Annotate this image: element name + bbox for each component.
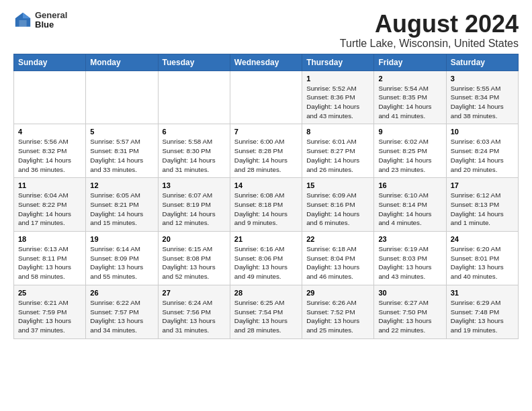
day-info: Sunrise: 6:10 AM Sunset: 8:14 PM Dayligh…: [378, 191, 441, 228]
calendar-cell: 4Sunrise: 5:56 AM Sunset: 8:32 PM Daylig…: [14, 124, 86, 178]
title-block: August 2024 Turtle Lake, Wisconsin, Unit…: [340, 11, 519, 50]
day-number: 12: [90, 181, 153, 189]
calendar-cell: 10Sunrise: 6:03 AM Sunset: 8:24 PM Dayli…: [446, 124, 518, 178]
day-info: Sunrise: 5:54 AM Sunset: 8:35 PM Dayligh…: [378, 84, 441, 121]
calendar-cell: [14, 71, 86, 124]
day-info: Sunrise: 6:20 AM Sunset: 8:01 PM Dayligh…: [451, 244, 514, 281]
calendar-cell: 19Sunrise: 6:14 AM Sunset: 8:09 PM Dayli…: [86, 232, 158, 285]
logo-line2: Blue: [35, 20, 67, 30]
day-info: Sunrise: 6:08 AM Sunset: 8:18 PM Dayligh…: [234, 191, 298, 228]
day-info: Sunrise: 6:09 AM Sunset: 8:16 PM Dayligh…: [306, 191, 369, 228]
day-number: 22: [306, 235, 369, 243]
week-row-2: 11Sunrise: 6:04 AM Sunset: 8:22 PM Dayli…: [14, 178, 519, 232]
day-info: Sunrise: 6:00 AM Sunset: 8:28 PM Dayligh…: [234, 137, 298, 174]
day-number: 26: [90, 289, 153, 297]
day-number: 19: [90, 235, 153, 243]
day-info: Sunrise: 5:55 AM Sunset: 8:34 PM Dayligh…: [451, 84, 514, 121]
day-info: Sunrise: 6:01 AM Sunset: 8:27 PM Dayligh…: [306, 137, 369, 174]
day-number: 23: [378, 235, 441, 243]
calendar-cell: 29Sunrise: 6:26 AM Sunset: 7:52 PM Dayli…: [302, 285, 374, 338]
day-number: 7: [234, 128, 298, 136]
day-info: Sunrise: 6:14 AM Sunset: 8:09 PM Dayligh…: [90, 244, 153, 281]
day-info: Sunrise: 6:18 AM Sunset: 8:04 PM Dayligh…: [306, 244, 369, 281]
calendar-cell: [86, 71, 158, 124]
day-number: 14: [234, 181, 298, 189]
day-info: Sunrise: 6:07 AM Sunset: 8:19 PM Dayligh…: [163, 191, 226, 228]
main-title: August 2024: [340, 11, 519, 38]
calendar-cell: 1Sunrise: 5:52 AM Sunset: 8:36 PM Daylig…: [302, 71, 374, 124]
day-number: 5: [90, 128, 153, 136]
day-info: Sunrise: 6:27 AM Sunset: 7:50 PM Dayligh…: [378, 298, 441, 335]
day-number: 20: [163, 235, 226, 243]
logo-icon: [13, 11, 32, 30]
calendar-cell: 7Sunrise: 6:00 AM Sunset: 8:28 PM Daylig…: [230, 124, 302, 178]
day-number: 16: [378, 181, 441, 189]
calendar-cell: 2Sunrise: 5:54 AM Sunset: 8:35 PM Daylig…: [374, 71, 446, 124]
calendar-cell: 17Sunrise: 6:12 AM Sunset: 8:13 PM Dayli…: [446, 178, 518, 232]
weekday-header-saturday: Saturday: [446, 54, 518, 71]
subtitle: Turtle Lake, Wisconsin, United States: [340, 38, 519, 50]
calendar-cell: 23Sunrise: 6:19 AM Sunset: 8:03 PM Dayli…: [374, 232, 446, 285]
week-row-4: 25Sunrise: 6:21 AM Sunset: 7:59 PM Dayli…: [14, 285, 519, 338]
day-number: 28: [234, 289, 298, 297]
day-info: Sunrise: 5:58 AM Sunset: 8:30 PM Dayligh…: [163, 137, 226, 174]
day-number: 21: [234, 235, 298, 243]
day-number: 15: [306, 181, 369, 189]
day-number: 29: [306, 289, 369, 297]
day-info: Sunrise: 6:21 AM Sunset: 7:59 PM Dayligh…: [18, 298, 81, 335]
calendar-cell: 3Sunrise: 5:55 AM Sunset: 8:34 PM Daylig…: [446, 71, 518, 124]
day-number: 24: [451, 235, 514, 243]
calendar-cell: 24Sunrise: 6:20 AM Sunset: 8:01 PM Dayli…: [446, 232, 518, 285]
day-number: 8: [306, 128, 369, 136]
day-number: 17: [451, 181, 514, 189]
day-info: Sunrise: 6:26 AM Sunset: 7:52 PM Dayligh…: [306, 298, 369, 335]
calendar-cell: 27Sunrise: 6:24 AM Sunset: 7:56 PM Dayli…: [158, 285, 230, 338]
calendar-cell: 16Sunrise: 6:10 AM Sunset: 8:14 PM Dayli…: [374, 178, 446, 232]
day-info: Sunrise: 6:05 AM Sunset: 8:21 PM Dayligh…: [90, 191, 153, 228]
day-number: 27: [163, 289, 226, 297]
logo: General Blue: [13, 11, 67, 30]
calendar-cell: 15Sunrise: 6:09 AM Sunset: 8:16 PM Dayli…: [302, 178, 374, 232]
header: General Blue August 2024 Turtle Lake, Wi…: [13, 11, 519, 50]
calendar-cell: 9Sunrise: 6:02 AM Sunset: 8:25 PM Daylig…: [374, 124, 446, 178]
day-info: Sunrise: 5:56 AM Sunset: 8:32 PM Dayligh…: [18, 137, 81, 174]
calendar-cell: 18Sunrise: 6:13 AM Sunset: 8:11 PM Dayli…: [14, 232, 86, 285]
calendar-cell: 25Sunrise: 6:21 AM Sunset: 7:59 PM Dayli…: [14, 285, 86, 338]
day-info: Sunrise: 6:03 AM Sunset: 8:24 PM Dayligh…: [451, 137, 514, 174]
calendar-cell: 26Sunrise: 6:22 AM Sunset: 7:57 PM Dayli…: [86, 285, 158, 338]
day-number: 4: [18, 128, 81, 136]
weekday-header-tuesday: Tuesday: [158, 54, 230, 71]
day-info: Sunrise: 6:15 AM Sunset: 8:08 PM Dayligh…: [163, 244, 226, 281]
svg-marker-1: [23, 13, 30, 18]
calendar-cell: [230, 71, 302, 124]
weekday-header-monday: Monday: [86, 54, 158, 71]
calendar-cell: 13Sunrise: 6:07 AM Sunset: 8:19 PM Dayli…: [158, 178, 230, 232]
week-row-3: 18Sunrise: 6:13 AM Sunset: 8:11 PM Dayli…: [14, 232, 519, 285]
day-number: 31: [451, 289, 514, 297]
page: General Blue August 2024 Turtle Lake, Wi…: [0, 0, 532, 346]
day-info: Sunrise: 6:02 AM Sunset: 8:25 PM Dayligh…: [378, 137, 441, 174]
week-row-0: 1Sunrise: 5:52 AM Sunset: 8:36 PM Daylig…: [14, 71, 519, 124]
calendar-cell: 30Sunrise: 6:27 AM Sunset: 7:50 PM Dayli…: [374, 285, 446, 338]
day-number: 10: [451, 128, 514, 136]
day-number: 30: [378, 289, 441, 297]
day-info: Sunrise: 5:57 AM Sunset: 8:31 PM Dayligh…: [90, 137, 153, 174]
day-number: 9: [378, 128, 441, 136]
day-number: 18: [18, 235, 81, 243]
calendar-cell: 12Sunrise: 6:05 AM Sunset: 8:21 PM Dayli…: [86, 178, 158, 232]
day-number: 25: [18, 289, 81, 297]
day-number: 2: [378, 75, 441, 83]
day-info: Sunrise: 6:16 AM Sunset: 8:06 PM Dayligh…: [234, 244, 298, 281]
calendar-cell: 5Sunrise: 5:57 AM Sunset: 8:31 PM Daylig…: [86, 124, 158, 178]
calendar-cell: [158, 71, 230, 124]
day-info: Sunrise: 6:24 AM Sunset: 7:56 PM Dayligh…: [163, 298, 226, 335]
day-info: Sunrise: 5:52 AM Sunset: 8:36 PM Dayligh…: [306, 84, 369, 121]
day-number: 6: [163, 128, 226, 136]
calendar-cell: 21Sunrise: 6:16 AM Sunset: 8:06 PM Dayli…: [230, 232, 302, 285]
calendar-cell: 31Sunrise: 6:29 AM Sunset: 7:48 PM Dayli…: [446, 285, 518, 338]
calendar-table: SundayMondayTuesdayWednesdayThursdayFrid…: [13, 54, 519, 339]
svg-rect-2: [19, 20, 26, 27]
week-row-1: 4Sunrise: 5:56 AM Sunset: 8:32 PM Daylig…: [14, 124, 519, 178]
calendar-cell: 20Sunrise: 6:15 AM Sunset: 8:08 PM Dayli…: [158, 232, 230, 285]
calendar-cell: 11Sunrise: 6:04 AM Sunset: 8:22 PM Dayli…: [14, 178, 86, 232]
